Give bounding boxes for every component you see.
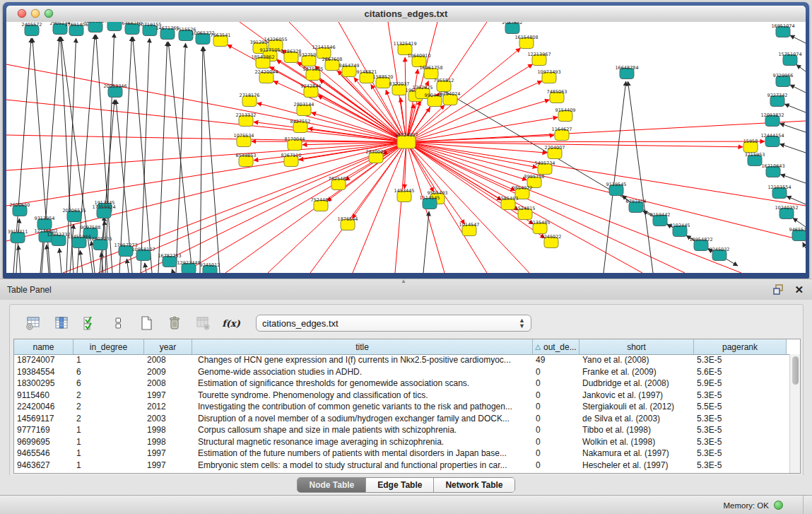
graph-node-yellow[interactable]: 1524815: [515, 206, 536, 220]
citation-edge-red[interactable]: [319, 79, 401, 138]
graph-node-teal[interactable]: 9119545: [606, 182, 627, 196]
citation-edge-black[interactable]: [628, 81, 653, 273]
graph-node-teal[interactable]: 9245012: [200, 262, 220, 274]
graph-node-yellow[interactable]: 2830021: [366, 149, 387, 163]
column-header-out_de[interactable]: △out_de...: [533, 339, 579, 354]
graph-node-teal[interactable]: 10240352: [775, 205, 798, 219]
graph-node-yellow[interactable]: 9327508: [299, 52, 319, 66]
close-panel-icon[interactable]: ✕: [794, 284, 804, 296]
citation-edge-black[interactable]: [796, 64, 806, 71]
graph-node-teal[interactable]: 16951074: [771, 23, 794, 37]
column-header-name[interactable]: name: [14, 339, 73, 354]
graph-node-teal[interactable]: 9465513: [789, 227, 806, 241]
graph-node-yellow[interactable]: 9154409: [555, 107, 576, 122]
graph-node-yellow[interactable]: 15958: [743, 139, 758, 153]
graph-node-yellow[interactable]: 1014547: [459, 222, 480, 236]
graph-node-yellow[interactable]: 6794024: [440, 91, 461, 105]
graph-node-yellow[interactable]: 7625402: [329, 176, 349, 190]
graph-node-teal[interactable]: 15751074: [778, 52, 801, 66]
citation-edge-red[interactable]: [6, 143, 400, 170]
delete-column-button[interactable]: [165, 314, 184, 332]
graph-node-yellow[interactable]: 5495734: [535, 160, 555, 175]
graph-node-teal[interactable]: 11451944: [67, 234, 90, 248]
graph-node-yellow[interactable]: 22420044: [254, 69, 278, 83]
graph-node-yellow[interactable]: 6549853: [236, 153, 257, 167]
citation-edge-black[interactable]: [80, 250, 83, 273]
citation-edge-black[interactable]: [803, 243, 806, 248]
citation-edge-black[interactable]: [779, 124, 806, 132]
graph-node-teal[interactable]: 9245032: [710, 247, 730, 261]
graph-node-yellow[interactable]: 1075534: [234, 133, 254, 147]
graph-node-yellow[interactable]: 2803144: [294, 102, 314, 116]
citation-edge-black[interactable]: [423, 211, 429, 273]
citation-edge-black[interactable]: [172, 269, 173, 273]
memory-ok-indicator[interactable]: [774, 501, 783, 510]
table-mode-button[interactable]: [24, 314, 42, 332]
graph-node-yellow[interactable]: 7524401: [311, 197, 331, 211]
network-graph[interactable]: 1872400739129541422605591275051854386281…: [6, 22, 806, 273]
citation-edge-black[interactable]: [133, 37, 152, 273]
citation-edge-black[interactable]: [784, 104, 806, 112]
column-header-in_degree[interactable]: in_degree: [73, 339, 144, 354]
graph-node-yellow[interactable]: 16961758: [419, 65, 442, 79]
vertical-scrollbar[interactable]: [789, 354, 800, 473]
graph-node-teal[interactable]: 12923448: [177, 260, 200, 274]
citation-edge-black[interactable]: [200, 47, 203, 273]
citation-edge-red[interactable]: [413, 135, 554, 141]
function-builder-button[interactable]: f(x): [222, 314, 240, 332]
select-columns-button[interactable]: [81, 314, 99, 332]
citation-edge-black[interactable]: [780, 175, 806, 183]
scrollbar-thumb[interactable]: [792, 356, 799, 385]
citation-edge-black[interactable]: [59, 248, 61, 273]
citation-edge-red[interactable]: [408, 148, 445, 273]
citation-edge-red[interactable]: [353, 148, 404, 273]
graph-node-teal[interactable]: 9102445: [670, 223, 690, 237]
minimize-window-button[interactable]: [31, 9, 40, 18]
citation-edge-black[interactable]: [790, 35, 806, 43]
graph-node-teal[interactable]: 10958107: [131, 247, 155, 261]
column-header-short[interactable]: short: [579, 339, 694, 354]
table-row[interactable]: 2242004622012Investigating the contribut…: [14, 401, 789, 413]
table-row[interactable]: 946554611997Estimation of the future num…: [14, 448, 789, 460]
table-row[interactable]: 1872400712008Changes of HCN gene express…: [14, 354, 789, 366]
graph-node-yellow[interactable]: 8170044: [285, 136, 305, 151]
graph-node-teal[interactable]: 20053346: [103, 83, 126, 98]
graph-node-teal[interactable]: 12444154: [760, 133, 784, 147]
show-columns-button[interactable]: [52, 314, 71, 332]
graph-node-yellow[interactable]: 1453445: [394, 188, 415, 202]
citation-edge-red[interactable]: [395, 148, 406, 273]
citation-edge-black[interactable]: [779, 144, 806, 153]
citation-edge-black[interactable]: [141, 38, 150, 273]
column-header-pagerank[interactable]: pagerank: [694, 339, 787, 354]
citation-edge-black[interactable]: [604, 81, 626, 273]
graph-node-teal[interactable]: 12093832: [760, 112, 784, 127]
graph-node-teal[interactable]: 17359924: [92, 204, 115, 218]
graph-node-teal[interactable]: 9227342: [767, 93, 788, 107]
citation-edge-red[interactable]: [410, 147, 464, 224]
close-window-button[interactable]: [18, 9, 26, 18]
graph-node-yellow[interactable]: 9245022: [541, 234, 562, 248]
graph-node-yellow[interactable]: 18724007: [394, 132, 418, 148]
citation-edge-red[interactable]: [273, 81, 401, 140]
table-row[interactable]: 1456911722003Disruption of a novel membe…: [14, 413, 789, 425]
graph-node-teal[interactable]: 16648784: [615, 65, 638, 79]
graph-node-yellow[interactable]: 9242844: [301, 83, 322, 98]
graph-node-yellow[interactable]: 8267110: [281, 153, 302, 167]
graph-node-teal[interactable]: 20206535: [62, 208, 86, 222]
graph-node-yellow[interactable]: 9135485: [530, 220, 551, 234]
graph-node-yellow[interactable]: 1876544: [338, 216, 358, 230]
citation-edge-red[interactable]: [412, 144, 741, 273]
table-row[interactable]: 977716911998Corpus callosum shape and si…: [14, 424, 789, 436]
table-row[interactable]: 911546021997Tourette syndrome. Phenomeno…: [14, 390, 789, 402]
column-header-title[interactable]: title: [192, 339, 533, 354]
citation-edge-black[interactable]: [793, 218, 806, 227]
citation-edge-black[interactable]: [18, 245, 20, 273]
table-row[interactable]: 969969511998Structural magnetic resonanc…: [14, 436, 789, 448]
create-column-button[interactable]: [137, 314, 155, 332]
citation-edge-black[interactable]: [126, 259, 129, 273]
graph-node-teal[interactable]: 9329966: [773, 73, 794, 87]
float-panel-icon[interactable]: [773, 284, 786, 296]
graph-node-teal[interactable]: 37691406: [64, 22, 88, 36]
tab-node-table[interactable]: Node Table: [298, 478, 366, 492]
citation-edge-red[interactable]: [409, 148, 433, 192]
